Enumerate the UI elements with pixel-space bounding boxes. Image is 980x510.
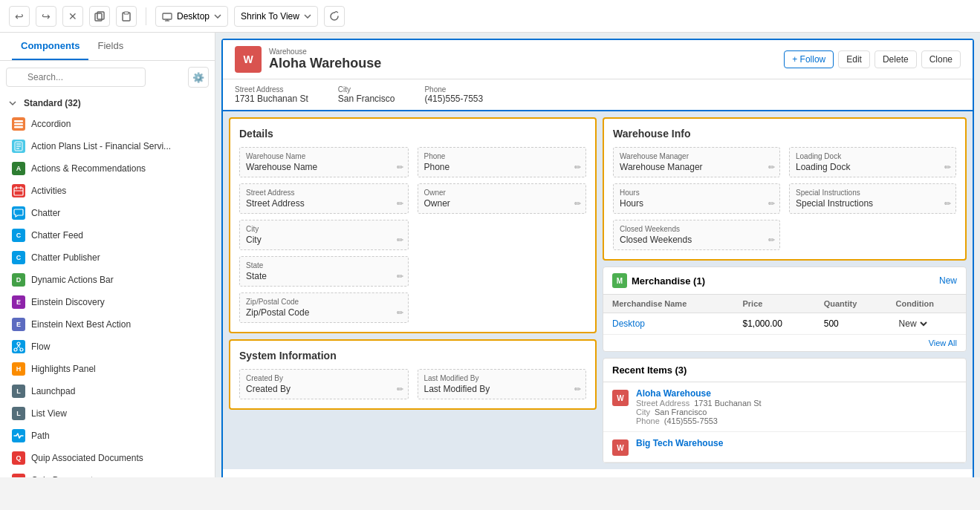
component-item[interactable]: C Chatter Publisher xyxy=(0,246,215,269)
canvas-body: Details Warehouse Name Warehouse Name ✏ … xyxy=(223,111,973,469)
left-tabs: Components Fields xyxy=(0,33,215,61)
follow-button[interactable]: + Follow xyxy=(784,50,834,68)
field-edit-icon[interactable]: ✏ xyxy=(768,199,775,209)
field-edit-icon[interactable]: ✏ xyxy=(768,163,775,172)
delete-button[interactable]: Delete xyxy=(874,50,917,68)
component-item[interactable]: Action Plans List - Financial Servi... xyxy=(0,135,215,157)
field-edit-icon[interactable]: ✏ xyxy=(397,385,403,394)
edit-button[interactable]: Edit xyxy=(838,50,870,68)
field-edit-icon[interactable]: ✏ xyxy=(397,199,403,209)
record-address: Street Address 1731 Buchanan St City San… xyxy=(223,79,973,111)
component-item[interactable]: Path xyxy=(0,425,215,447)
field-edit-icon[interactable]: ✏ xyxy=(574,385,581,394)
details-fields-grid: Warehouse Name Warehouse Name ✏ Street A… xyxy=(239,147,586,323)
copy-button[interactable] xyxy=(89,6,110,27)
field-item: Warehouse Name Warehouse Name ✏ xyxy=(239,147,409,177)
main-layout: Components Fields 🔍 ⚙️ Standard (32) Acc… xyxy=(0,33,980,477)
component-icon: C xyxy=(12,229,25,242)
merch-price: $1,000.00 xyxy=(733,313,814,335)
field-item: State State ✏ xyxy=(239,256,409,287)
component-item[interactable]: E Einstein Discovery xyxy=(0,291,215,313)
view-all-link[interactable]: View All xyxy=(929,339,957,347)
merch-name[interactable]: Desktop xyxy=(603,313,733,335)
field-item: Last Modified By Last Modified By ✏ xyxy=(418,369,587,399)
field-label: Phone xyxy=(424,152,580,160)
svg-rect-14 xyxy=(14,188,23,195)
cut-button[interactable]: ✕ xyxy=(62,6,83,27)
component-name: Quip Document xyxy=(31,475,93,477)
recent-item-content: Aloha Warehouse Street Address 1731 Buch… xyxy=(636,388,957,425)
field-edit-icon[interactable]: ✏ xyxy=(397,308,403,318)
component-item[interactable]: Activities xyxy=(0,180,215,202)
field-label: Last Modified By xyxy=(424,374,580,382)
tab-components[interactable]: Components xyxy=(12,33,88,60)
component-item[interactable]: L Launchpad xyxy=(0,380,215,402)
redo-button[interactable]: ↪ xyxy=(36,6,56,27)
component-name: Quip Associated Documents xyxy=(31,453,143,463)
merch-quantity: 500 xyxy=(815,313,887,335)
field-value: Special Instructions xyxy=(796,198,873,209)
component-item[interactable]: Accordion xyxy=(0,113,215,135)
recent-item-content: Big Tech Warehouse xyxy=(636,438,957,456)
field-value: Created By xyxy=(246,384,291,394)
standard-section-header[interactable]: Standard (32) xyxy=(0,94,215,113)
component-item[interactable]: E Einstein Next Best Action xyxy=(0,313,215,336)
field-value: Loading Dock xyxy=(796,162,850,172)
field-edit-icon[interactable]: ✏ xyxy=(574,163,581,172)
component-name: Dynamic Actions Bar xyxy=(31,275,114,285)
field-label: Hours xyxy=(620,189,773,197)
record-name-area: Warehouse Aloha Warehouse xyxy=(269,48,381,71)
component-name: Chatter Feed xyxy=(31,230,83,241)
component-item[interactable]: A Actions & Recommendations xyxy=(0,157,215,180)
field-edit-icon[interactable]: ✏ xyxy=(768,235,775,245)
component-item[interactable]: L List View xyxy=(0,402,215,425)
component-icon: L xyxy=(12,407,25,420)
view-selector[interactable]: Shrink To View xyxy=(234,6,318,27)
component-name: Path xyxy=(31,431,50,441)
paste-button[interactable] xyxy=(116,6,137,27)
merch-condition[interactable]: New xyxy=(887,313,966,335)
warehouse-info-section: Warehouse Info Warehouse Manager Warehou… xyxy=(603,117,967,261)
component-item[interactable]: Q Quip Document xyxy=(0,469,215,477)
recent-item-icon: W xyxy=(612,439,629,456)
field-edit-icon[interactable]: ✏ xyxy=(944,163,951,172)
toolbar: ↩ ↪ ✕ Desktop Shrink To View xyxy=(0,0,980,33)
addr-street-label: Street Address xyxy=(235,85,308,94)
component-name: Einstein Discovery xyxy=(31,297,105,307)
refresh-button[interactable] xyxy=(324,6,345,27)
recent-item-name[interactable]: Big Tech Warehouse xyxy=(636,438,957,448)
field-value: Closed Weekends xyxy=(620,235,692,245)
addr-city: City San Francisco xyxy=(338,85,395,104)
undo-button[interactable]: ↩ xyxy=(9,6,30,27)
system-section: System Information Created By Created By… xyxy=(229,339,597,410)
field-label: Zip/Postal Code xyxy=(246,298,402,306)
field-edit-icon[interactable]: ✏ xyxy=(397,163,403,172)
clone-button[interactable]: Clone xyxy=(921,50,961,68)
components-list: Accordion Action Plans List - Financial … xyxy=(0,113,215,477)
field-label: Owner xyxy=(424,189,580,197)
component-name: Activities xyxy=(31,186,66,196)
details-title: Details xyxy=(239,128,586,140)
search-input[interactable] xyxy=(6,68,146,87)
component-item[interactable]: D Dynamic Actions Bar xyxy=(0,269,215,291)
field-edit-icon[interactable]: ✏ xyxy=(944,199,951,209)
recent-detail-row: City San Francisco xyxy=(636,408,957,416)
component-item[interactable]: Q Quip Associated Documents xyxy=(0,447,215,469)
component-item[interactable]: Flow xyxy=(0,336,215,358)
merchandise-new-button[interactable]: New xyxy=(939,275,957,286)
component-item[interactable]: C Chatter Feed xyxy=(0,224,215,246)
field-edit-icon[interactable]: ✏ xyxy=(397,272,403,281)
recent-items-header: Recent Items (3) xyxy=(603,359,966,382)
field-edit-icon[interactable]: ✏ xyxy=(397,235,403,245)
field-item: City City ✏ xyxy=(239,220,409,250)
svg-rect-3 xyxy=(124,12,129,14)
component-item[interactable]: Chatter xyxy=(0,202,215,224)
tab-fields[interactable]: Fields xyxy=(88,33,132,60)
component-item[interactable]: H Highlights Panel xyxy=(0,358,215,380)
gear-button[interactable]: ⚙️ xyxy=(188,67,209,88)
record-label: Warehouse xyxy=(269,48,381,56)
field-edit-icon[interactable]: ✏ xyxy=(574,199,581,209)
device-selector[interactable]: Desktop xyxy=(155,6,228,27)
recent-item-name[interactable]: Aloha Warehouse xyxy=(636,388,957,399)
details-section: Details Warehouse Name Warehouse Name ✏ … xyxy=(229,117,597,333)
